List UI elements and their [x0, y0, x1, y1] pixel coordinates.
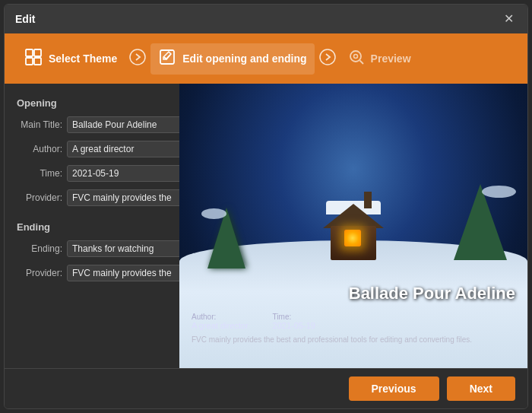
arrow2	[319, 49, 336, 69]
tree-snow-right	[482, 186, 516, 198]
theme-icon	[24, 48, 43, 70]
author-input[interactable]	[67, 141, 179, 157]
svg-point-4	[130, 49, 145, 65]
cabin-window	[344, 230, 361, 246]
ending-section-label: Ending	[17, 221, 167, 233]
step2-label: Edit opening and ending	[182, 52, 306, 65]
toolbar: Select Theme Edit opening and ending	[5, 33, 527, 84]
ending-provider-row: Provider:	[17, 265, 167, 281]
overlay-meta: Author: A great director Time: 2021-05-1…	[192, 313, 515, 330]
step3-preview[interactable]: Preview	[340, 44, 419, 74]
svg-rect-3	[34, 58, 41, 65]
time-label: Time:	[17, 168, 62, 179]
edit-dialog: Edit ✕ Select Theme	[4, 4, 528, 409]
ending-label: Ending:	[17, 243, 62, 254]
svg-rect-1	[34, 49, 41, 56]
step1-select-theme[interactable]: Select Theme	[17, 43, 125, 75]
step1-label: Select Theme	[49, 52, 117, 65]
author-meta: Author: A great director	[192, 313, 249, 330]
close-button[interactable]: ✕	[501, 11, 517, 27]
ending-provider-input[interactable]	[67, 265, 179, 281]
svg-line-9	[359, 60, 363, 64]
author-meta-label: Author:	[192, 313, 249, 321]
ending-input[interactable]	[67, 240, 179, 257]
main-title-input[interactable]	[67, 116, 179, 133]
right-panel: Ballade Pour Adeline Author: A great dir…	[179, 84, 527, 368]
step2-edit-opening-ending[interactable]: Edit opening and ending	[150, 43, 314, 75]
provider-row: Provider:	[17, 189, 167, 206]
overlay-provider: FVC mainly provides the best and profess…	[192, 335, 515, 345]
svg-rect-2	[26, 58, 33, 65]
overlay-text: Ballade Pour Adeline Author: A great dir…	[179, 284, 527, 345]
author-meta-value: A great director	[192, 321, 249, 330]
main-title-label: Main Title:	[17, 119, 62, 130]
main-title-row: Main Title:	[17, 116, 167, 133]
ending-row: Ending:	[17, 240, 167, 257]
previous-button[interactable]: Previous	[349, 376, 439, 401]
edit-icon	[158, 48, 176, 70]
dialog-title: Edit	[15, 13, 35, 25]
content-area: Opening Main Title: Author: Time: Provid…	[5, 84, 527, 368]
time-input[interactable]	[67, 165, 179, 182]
cabin	[323, 207, 384, 260]
time-meta: Time: 2021-05-19	[273, 313, 315, 330]
author-row: Author:	[17, 141, 167, 157]
provider-input[interactable]	[67, 189, 179, 206]
preview-image: Ballade Pour Adeline Author: A great dir…	[179, 84, 527, 368]
time-row: Time:	[17, 165, 167, 182]
title-bar: Edit ✕	[5, 5, 527, 33]
arrow1	[129, 49, 146, 69]
footer: Previous Next	[5, 368, 527, 408]
time-meta-value: 2021-05-19	[273, 321, 315, 330]
step3-label: Preview	[371, 52, 411, 65]
cabin-chimney	[364, 192, 372, 208]
overlay-title: Ballade Pour Adeline	[192, 284, 515, 303]
cabin-roof	[323, 204, 384, 228]
provider-label: Provider:	[17, 192, 62, 203]
preview-icon	[348, 49, 365, 69]
svg-point-6	[320, 49, 335, 65]
tree-snow-left	[201, 208, 226, 219]
opening-section-label: Opening	[17, 97, 167, 109]
svg-rect-0	[26, 49, 33, 56]
author-label: Author:	[17, 144, 62, 154]
svg-point-7	[350, 51, 361, 62]
left-panel: Opening Main Title: Author: Time: Provid…	[5, 84, 179, 368]
svg-point-8	[353, 54, 357, 58]
ending-provider-label: Provider:	[17, 268, 62, 278]
time-meta-label: Time:	[273, 313, 315, 321]
next-button[interactable]: Next	[447, 376, 515, 401]
